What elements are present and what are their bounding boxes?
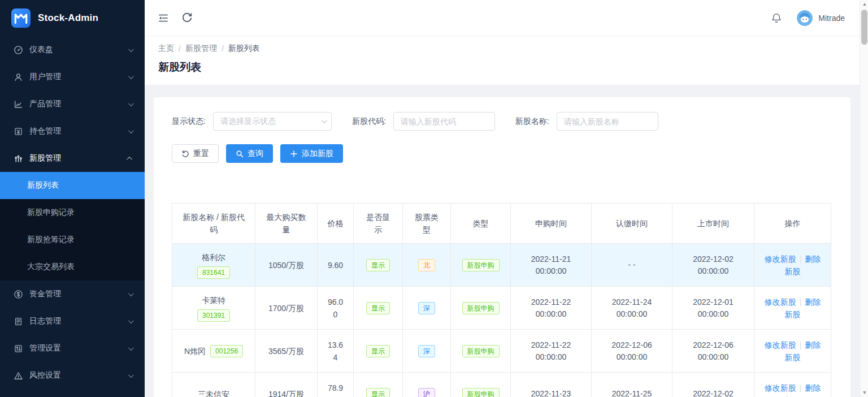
- cell-type: 新股申购: [451, 373, 511, 397]
- sidebar-item[interactable]: 用户管理: [0, 63, 145, 90]
- link-divider: |: [800, 297, 802, 307]
- collapse-sidebar-icon[interactable]: [157, 12, 170, 24]
- name-label: 新股名称:: [515, 116, 549, 127]
- cell-listing-time: 2022-12-0200:00:00: [672, 244, 754, 287]
- cell-price: 78.90: [318, 373, 354, 397]
- sidebar-item[interactable]: 持仓管理: [0, 118, 145, 145]
- chevron-down-icon: [322, 118, 327, 123]
- edit-stock-link[interactable]: 修改新股: [765, 340, 796, 349]
- market-badge: 深: [418, 302, 435, 314]
- sidebar-subitem[interactable]: 新股列表: [0, 172, 145, 199]
- page-title: 新股列表: [158, 60, 846, 75]
- vertical-scrollbar[interactable]: [860, 0, 868, 397]
- sidebar-item-label: 仪表盘: [29, 45, 128, 55]
- sidebar-subitem[interactable]: 新股抢筹记录: [0, 226, 145, 253]
- sidebar-item-label: 新股管理: [29, 153, 128, 163]
- cell-actions: 修改新股|删除新股: [754, 244, 831, 287]
- page-header: 主页/新股管理/新股列表 新股列表: [145, 36, 860, 85]
- refresh-icon[interactable]: [181, 12, 193, 24]
- table-row[interactable]: 格利尔831641 1050/万股 9.60 显示 北 新股申购 2022-11…: [172, 244, 831, 287]
- sidebar-item[interactable]: 新股管理: [0, 145, 145, 172]
- cell-subscribe-time: 2022-11-2200:00:00: [511, 287, 592, 330]
- filter-status-group: 显示状态: 请选择显示状态: [172, 112, 332, 131]
- type-badge: 新股申购: [462, 345, 500, 357]
- user-name[interactable]: Mitrade: [818, 14, 845, 23]
- market-badge: 沪: [418, 388, 435, 397]
- breadcrumb-item[interactable]: 新股管理: [185, 44, 217, 54]
- sidebar-submenu: 新股列表新股申购记录新股抢筹记录大宗交易列表: [0, 172, 145, 281]
- chevron-down-icon: [128, 128, 134, 133]
- notifications-bell-icon[interactable]: [771, 12, 782, 24]
- stock-name: 格利尔: [202, 251, 225, 264]
- stock-code-badge: 831641: [197, 266, 230, 279]
- sidebar-item[interactable]: 风控设置: [0, 362, 145, 389]
- reset-icon: [181, 150, 189, 158]
- topbar: Mitrade: [145, 0, 860, 36]
- sidebar-item-label: 风控设置: [29, 370, 128, 381]
- sidebar-subitem[interactable]: 大宗交易列表: [0, 253, 145, 281]
- table-row[interactable]: 卡莱特301391 1700/万股 96.00 显示 深 新股申购 2022-1…: [172, 287, 831, 330]
- market-badge: 北: [418, 259, 435, 271]
- breadcrumb-item[interactable]: 主页: [158, 44, 174, 54]
- sidebar-item[interactable]: 仪表盘: [0, 36, 145, 63]
- cell-payment-time: 2022-11-25: [592, 373, 672, 397]
- sidebar-item[interactable]: 管理设置: [0, 335, 145, 362]
- cell-payment-time: - -: [592, 244, 672, 287]
- user-avatar[interactable]: [797, 10, 813, 26]
- stock-name: 卡莱特: [202, 294, 225, 307]
- link-divider: |: [800, 340, 802, 349]
- cell-payment-time: 2022-12-0600:00:00: [592, 330, 672, 373]
- add-stock-button[interactable]: 添加新股: [280, 144, 343, 163]
- stock-code-input[interactable]: [393, 112, 495, 131]
- sidebar-item-label: 管理设置: [29, 343, 128, 353]
- column-header: 是否显示: [354, 204, 403, 244]
- cell-type: 新股申购: [451, 244, 511, 287]
- dollar-circle-icon: [14, 290, 23, 299]
- table-row[interactable]: N炜冈001256 3565/万股 13.64 显示 深 新股申购 2022-1…: [172, 330, 831, 373]
- table-row[interactable]: 三未信安 1914/万股 78.90 显示 沪 新股申购 2022-11-23 …: [172, 373, 831, 397]
- visibility-badge: 显示: [366, 388, 390, 397]
- cell-market-type: 深: [403, 287, 451, 330]
- stock-name: N炜冈: [184, 345, 206, 357]
- scroll-down-arrow[interactable]: [860, 389, 868, 397]
- cell-price: 9.60: [318, 244, 354, 287]
- user-icon: [14, 72, 23, 82]
- search-button[interactable]: 查询: [226, 144, 273, 163]
- plus-icon: [290, 150, 298, 158]
- sidebar-item[interactable]: 资金管理: [0, 281, 145, 308]
- cell-stock-name: 卡莱特301391: [172, 287, 255, 330]
- app-title: Stock-Admin: [38, 12, 98, 24]
- edit-stock-link[interactable]: 修改新股: [765, 383, 796, 392]
- cell-type: 新股申购: [451, 330, 511, 373]
- edit-stock-link[interactable]: 修改新股: [765, 297, 796, 307]
- content-area: 显示状态: 请选择显示状态 新股代码: 新股名称:: [145, 85, 860, 397]
- sidebar-item-label: 日志管理: [29, 316, 128, 326]
- status-select[interactable]: 请选择显示状态: [213, 112, 332, 131]
- app-logo[interactable]: Stock-Admin: [0, 0, 145, 36]
- scroll-up-arrow[interactable]: [860, 0, 868, 8]
- search-icon: [236, 150, 244, 158]
- cell-max-quantity: 3565/万股: [255, 330, 318, 373]
- chevron-down-icon: [128, 372, 134, 378]
- status-label: 显示状态:: [172, 116, 206, 127]
- scrollbar-thumb[interactable]: [861, 10, 867, 45]
- column-header: 认缴时间: [592, 204, 672, 244]
- sidebar-item[interactable]: 日志管理: [0, 308, 145, 335]
- stock-code-badge: 001256: [210, 345, 243, 357]
- stock-name-input[interactable]: [557, 112, 658, 131]
- sidebar-subitem[interactable]: 新股申购记录: [0, 199, 145, 226]
- type-badge: 新股申购: [462, 259, 500, 271]
- table-header-row: 新股名称 / 新股代码最大购买数量价格是否显示股票类型类型申购时间认缴时间上市时…: [172, 204, 831, 244]
- sidebar-item-label: 持仓管理: [29, 126, 128, 136]
- link-divider: |: [800, 383, 802, 392]
- edit-stock-link[interactable]: 修改新股: [765, 254, 796, 264]
- filter-row: 显示状态: 请选择显示状态 新股代码: 新股名称:: [172, 112, 832, 131]
- cell-price: 96.00: [318, 287, 354, 330]
- sidebar-item[interactable]: 产品管理: [0, 90, 145, 118]
- chevron-down-icon: [128, 345, 134, 351]
- market-badge: 深: [418, 345, 435, 357]
- reset-button[interactable]: 重置: [172, 144, 219, 163]
- column-header: 股票类型: [403, 204, 451, 244]
- column-header: 最大购买数量: [255, 204, 318, 244]
- sidebar-menu: 仪表盘 用户管理 产品管理 持仓管理 新股管理 新股列表新股申购记录新股抢筹记录…: [0, 36, 145, 389]
